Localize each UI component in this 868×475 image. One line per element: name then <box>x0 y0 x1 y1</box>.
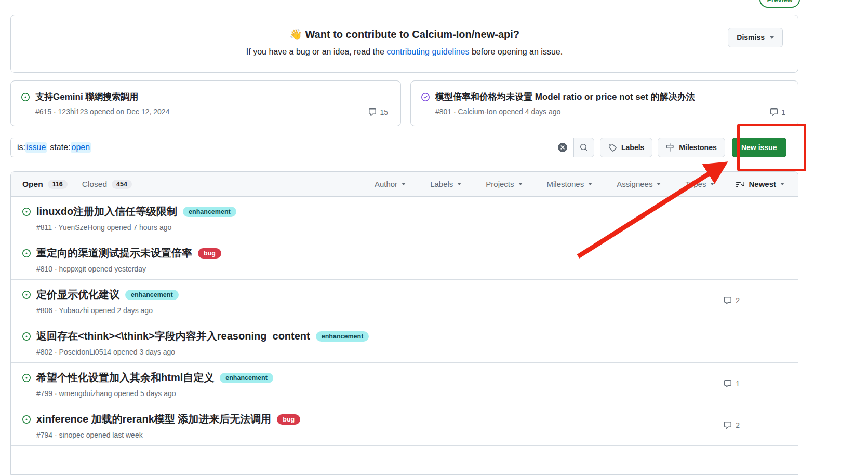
issue-row[interactable]: 返回存在<think><\think>字段内容并入reasoning_conte… <box>11 321 798 363</box>
comment-icon <box>724 379 732 388</box>
comment-count-value: 2 <box>736 296 740 305</box>
search-button[interactable] <box>573 138 594 157</box>
pinned-issue-title[interactable]: 模型倍率和价格均未设置 Model ratio or price not set… <box>435 91 695 103</box>
new-issue-button[interactable]: New issue <box>732 138 786 157</box>
filter-milestones[interactable]: Milestones <box>547 180 593 188</box>
open-count-badge: 116 <box>48 180 68 189</box>
chevron-down-icon <box>780 183 784 185</box>
issue-label[interactable]: enhancement <box>316 331 369 342</box>
chevron-down-icon <box>770 36 774 39</box>
issue-row[interactable]: 定价显示优化建议 enhancement #806 · Yubaozhi ope… <box>11 280 798 321</box>
issues-list-header: Open 116 Closed 454 Author Labels Projec… <box>11 172 798 197</box>
labels-button-label: Labels <box>621 143 644 152</box>
issue-row[interactable]: 重定向的渠道测试提示未设置倍率 bug #810 · hcppxgit open… <box>11 238 798 280</box>
comment-count[interactable]: 2 <box>724 421 740 429</box>
filter-label: Author <box>375 180 397 188</box>
issue-label[interactable]: enhancement <box>183 207 236 217</box>
labels-button[interactable]: Labels <box>600 138 652 157</box>
banner-subtitle-post: before opening an issue. <box>469 47 563 56</box>
preview-badge[interactable]: Preview <box>759 0 800 8</box>
search-toolbar: is:issuestate:open Labels Milestones <box>10 138 798 157</box>
comment-icon <box>724 296 732 305</box>
contributing-guidelines-link[interactable]: contributing guidelines <box>386 47 469 56</box>
issue-meta: #811 · YuenSzeHong opened 7 hours ago <box>36 223 785 232</box>
issue-label[interactable]: bug <box>277 414 300 425</box>
filter-types[interactable]: Types <box>685 180 714 188</box>
issue-open-icon <box>22 332 31 341</box>
issue-row[interactable]: linuxdo注册加入信任等级限制 enhancement #811 · Yue… <box>11 197 798 238</box>
dismiss-label: Dismiss <box>737 33 765 42</box>
search-input-group: is:issuestate:open <box>10 138 594 157</box>
pinned-issue-title[interactable]: 支持Gemini 聯網搜索調用 <box>35 91 138 103</box>
contribute-banner: 👋 Want to contribute to Calcium-Ion/new-… <box>10 15 798 73</box>
filter-label: Projects <box>486 180 514 188</box>
issue-open-icon <box>21 93 30 101</box>
issue-meta: #799 · wmengduizhang opened 5 days ago <box>36 389 785 398</box>
dismiss-button[interactable]: Dismiss <box>728 28 783 47</box>
issue-open-icon <box>22 291 31 299</box>
issue-title[interactable]: xinference 加载的rerank模型 添加进来后无法调用 <box>36 412 271 426</box>
tab-open[interactable]: Open 116 <box>22 180 68 189</box>
chevron-down-icon <box>518 183 523 185</box>
sort-label: Newest <box>749 180 776 188</box>
clear-search-icon[interactable] <box>558 143 567 152</box>
issue-title[interactable]: 希望个性化设置加入其余和html自定义 <box>36 371 214 385</box>
closed-count-badge: 454 <box>112 180 132 189</box>
chevron-down-icon <box>457 183 461 185</box>
issue-title[interactable]: 定价显示优化建议 <box>36 288 119 302</box>
issue-title[interactable]: 返回存在<think><\think>字段内容并入reasoning_conte… <box>36 329 310 343</box>
issue-row[interactable]: 希望个性化设置加入其余和html自定义 enhancement #799 · w… <box>11 363 798 404</box>
search-input[interactable]: is:issuestate:open <box>10 138 573 157</box>
filter-bar: Author Labels Projects Milestones Assign… <box>375 180 715 188</box>
comment-count-value: 1 <box>736 379 740 388</box>
issue-open-icon <box>22 249 31 257</box>
search-token-value: issue <box>25 142 47 153</box>
filter-author[interactable]: Author <box>375 180 406 188</box>
pinned-issue-meta: #801 · Calcium-Ion opened 4 days ago <box>435 107 787 116</box>
comment-icon <box>770 108 778 116</box>
filter-projects[interactable]: Projects <box>486 180 522 188</box>
milestones-button-label: Milestones <box>679 143 716 152</box>
sort-newest-dropdown[interactable]: Newest <box>736 180 784 188</box>
sort-desc-icon <box>736 180 744 188</box>
comment-count[interactable]: 1 <box>770 108 785 116</box>
issue-title[interactable]: linuxdo注册加入信任等级限制 <box>36 205 177 219</box>
pinned-issues: 支持Gemini 聯網搜索調用 #615 · 123hi123 opened o… <box>10 80 798 126</box>
tag-icon <box>608 143 617 152</box>
issue-label[interactable]: bug <box>198 248 221 259</box>
pinned-issue-card[interactable]: 支持Gemini 聯網搜索調用 #615 · 123hi123 opened o… <box>10 80 401 126</box>
filter-label: Milestones <box>547 180 584 188</box>
github-issues-page: Preview 👋 Want to contribute to Calcium-… <box>0 0 868 475</box>
filter-labels[interactable]: Labels <box>430 180 461 188</box>
banner-title: 👋 Want to contribute to Calcium-Ion/new-… <box>11 28 798 40</box>
comment-count[interactable]: 1 <box>724 379 740 388</box>
issue-label[interactable]: enhancement <box>125 290 179 300</box>
issue-meta: #810 · hcppxgit opened yesterday <box>36 265 785 273</box>
banner-subtitle-pre: If you have a bug or an idea, read the <box>246 47 386 56</box>
comment-count[interactable]: 15 <box>368 108 388 116</box>
milestones-button[interactable]: Milestones <box>658 138 725 157</box>
issues-list: Open 116 Closed 454 Author Labels Projec… <box>10 171 798 475</box>
search-icon <box>580 143 588 152</box>
chevron-down-icon <box>657 183 661 185</box>
filter-assignees[interactable]: Assignees <box>617 180 661 188</box>
search-token-key: state: <box>50 143 70 152</box>
issue-closed-icon <box>421 93 430 101</box>
pinned-issue-card[interactable]: 模型倍率和价格均未设置 Model ratio or price not set… <box>410 80 798 126</box>
issue-title[interactable]: 重定向的渠道测试提示未设置倍率 <box>36 246 192 260</box>
issue-meta: #806 · Yubaozhi opened 2 days ago <box>36 306 785 315</box>
comment-count-value: 15 <box>380 108 388 116</box>
issue-open-icon <box>22 415 31 424</box>
chevron-down-icon <box>588 183 592 185</box>
pinned-issue-meta: #615 · 123hi123 opened on Dec 12, 2024 <box>35 107 390 116</box>
chevron-down-icon <box>710 183 714 185</box>
comment-icon <box>724 421 732 429</box>
milestone-icon <box>666 143 674 152</box>
open-tab-label: Open <box>22 180 43 189</box>
comment-count[interactable]: 2 <box>724 296 740 305</box>
issue-label[interactable]: enhancement <box>220 373 273 383</box>
tab-closed[interactable]: Closed 454 <box>82 180 132 189</box>
issue-row[interactable]: xinference 加载的rerank模型 添加进来后无法调用 bug #79… <box>11 404 798 446</box>
issue-meta: #794 · sinopec opened last week <box>36 431 785 439</box>
closed-tab-label: Closed <box>82 180 107 189</box>
